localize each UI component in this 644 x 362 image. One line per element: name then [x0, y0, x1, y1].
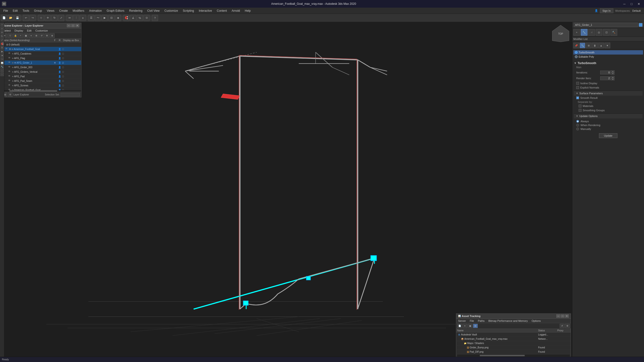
iterations-down[interactable]: ▼	[611, 72, 614, 75]
menu-file[interactable]: File	[1, 8, 10, 13]
tb-help[interactable]: ?	[152, 15, 158, 21]
se-menu-display[interactable]: Display	[13, 29, 25, 32]
se-scrollbar[interactable]	[2, 90, 81, 92]
tb-open[interactable]: 📂	[8, 15, 14, 21]
tb-array[interactable]: ⋮	[73, 15, 79, 21]
menu-arnold[interactable]: Arnold	[229, 8, 242, 13]
tb-save[interactable]: 💾	[14, 15, 20, 21]
smooth-result-checkbox[interactable]	[576, 96, 579, 99]
mod-icon-copy[interactable]: ⊞	[586, 42, 592, 48]
se-eye-girders-v[interactable]: 👁	[8, 70, 12, 73]
se-tb-filter[interactable]: ▽	[8, 33, 12, 38]
at-scroll-thumb[interactable]	[480, 355, 525, 356]
at-tb-refresh[interactable]: ↺	[560, 324, 564, 328]
sidebar-move[interactable]: ✛	[0, 31, 4, 34]
se-tb-sort2[interactable]: ⊞	[34, 33, 39, 38]
menu-content[interactable]: Content	[214, 8, 229, 13]
se-eye-afg-bottom[interactable]: 👁	[8, 88, 12, 90]
se-item-afg-girders-vertical[interactable]: 👁 ◈ AFG_Girders_Vertical 👤 ☐	[2, 70, 81, 74]
mod-bulb-editable[interactable]	[575, 55, 578, 58]
menu-modifiers[interactable]: Modifiers	[70, 8, 87, 13]
sidebar-unknown1[interactable]: ▫	[0, 69, 4, 72]
tab-display[interactable]: ⊡	[603, 29, 610, 36]
at-tb-table[interactable]: ▦	[468, 324, 472, 328]
modifier-editable-poly[interactable]: Editable Poly	[573, 54, 643, 59]
menu-civil-view[interactable]: Civil View	[145, 8, 162, 13]
tb-redo[interactable]: ↪	[30, 15, 36, 21]
tab-modify[interactable]: 🔧	[581, 29, 588, 36]
tab-hierarchy[interactable]: ⑁	[588, 29, 595, 36]
se-eye-girder1[interactable]: 👁	[8, 61, 12, 64]
minimize-button[interactable]: ─	[621, 1, 628, 6]
se-tb-columns[interactable]: ▦	[24, 33, 28, 38]
iterations-input[interactable]	[600, 71, 611, 74]
tb-scale[interactable]: ⤢	[58, 15, 64, 21]
isoline-checkbox[interactable]	[576, 82, 579, 85]
sidebar-create[interactable]: +	[0, 23, 4, 26]
tb-move[interactable]: ✛	[44, 15, 51, 21]
tab-create[interactable]: +	[573, 29, 580, 36]
at-maximize[interactable]: □	[561, 314, 564, 318]
se-item-afg-pad[interactable]: 👁 ◈ AFG_Pad 👤 ☐	[2, 74, 81, 79]
tb-mirror[interactable]: ⇔	[66, 15, 72, 21]
mod-bulb-turbosmooth[interactable]	[575, 51, 578, 54]
se-menu-customize[interactable]: Customize	[34, 29, 50, 32]
update-button[interactable]: Update	[599, 133, 618, 138]
sidebar-rotate[interactable]: ↻	[0, 34, 4, 38]
render-iters-down[interactable]: ▼	[611, 78, 614, 80]
mod-icon-wrench[interactable]: 🔧	[580, 42, 585, 48]
tb-mat[interactable]: ◈	[115, 15, 121, 21]
at-item-vault[interactable]: 🏛 Autodesk Vault Logged...	[456, 333, 571, 337]
se-footer-icon2[interactable]: ⊞	[8, 92, 12, 97]
menu-animation[interactable]: Animation	[87, 8, 104, 13]
at-menu-options[interactable]: Options	[530, 319, 543, 323]
surface-params-header[interactable]: ▼ Surface Parameters	[574, 91, 642, 96]
menu-create[interactable]: Create	[57, 8, 70, 13]
menu-customize[interactable]: Customize	[162, 8, 180, 13]
tb-layer[interactable]: ☰	[88, 15, 94, 21]
at-tb-file[interactable]: 📄	[457, 324, 462, 328]
mod-icon-up[interactable]: ▲	[598, 42, 604, 48]
menu-help[interactable]: Help	[242, 8, 253, 13]
tab-utilities[interactable]: 🔨	[610, 29, 617, 36]
sidebar-render[interactable]: ▶	[0, 50, 4, 53]
tb-snap[interactable]: 🧲	[123, 15, 130, 21]
se-close[interactable]: ✕	[76, 24, 79, 27]
se-eye-afg-root[interactable]: 👁	[5, 47, 8, 51]
menu-views[interactable]: Views	[44, 8, 57, 13]
menu-scripting[interactable]: Scripting	[180, 8, 196, 13]
at-item-maps[interactable]: 📁 Maps / Shaders	[456, 341, 571, 346]
se-item-afg-flag[interactable]: 👁 ◈ AFG_Flag 👤 ☐	[2, 56, 81, 60]
at-tb-detail[interactable]: ⊞	[473, 324, 478, 328]
se-item-afg-carabines[interactable]: 👁 ◈ AFG_Carabines 👤 ☐	[2, 51, 81, 56]
sidebar-track[interactable]: 📊	[0, 61, 4, 65]
se-scroll-thumb[interactable]	[9, 90, 57, 92]
se-tb-add[interactable]: +	[18, 33, 23, 38]
se-layer-default[interactable]: 👁 ▤ 0 (default)	[2, 42, 81, 47]
at-menu-bitmap[interactable]: Bitmap Performance and Memory	[486, 319, 530, 323]
menu-tools[interactable]: Tools	[20, 8, 32, 13]
maximize-button[interactable]: □	[628, 1, 635, 6]
at-close[interactable]: ✕	[565, 314, 569, 318]
sidebar-props[interactable]: 🔧	[0, 65, 4, 68]
se-item-afg-girder1[interactable]: 👁 ◈ ❄ AFG_Girder_1 ❄ 👤 ☑	[2, 60, 81, 65]
mod-icon-pin[interactable]: 📌	[573, 42, 579, 48]
se-menu-edit[interactable]: Edit	[25, 29, 34, 32]
render-iters-up[interactable]: ▲	[611, 76, 614, 78]
se-item-afg-girder003[interactable]: 👁 ◈ AFG_Girder_003 👤 ☐	[2, 65, 81, 70]
iterations-spinner[interactable]: ▲ ▼	[611, 70, 614, 75]
sidebar-scale[interactable]: ⤢	[0, 38, 4, 42]
menu-edit[interactable]: Edit	[10, 8, 20, 13]
at-item-pad-dif[interactable]: 🖼 Pad_DIF.png Found	[456, 350, 571, 354]
se-selection-set-input[interactable]	[60, 93, 80, 96]
sidebar-mat[interactable]: ◈	[0, 54, 4, 57]
menu-rendering[interactable]: Rendering	[127, 8, 145, 13]
se-eye-pad[interactable]: 👁	[8, 75, 12, 78]
menu-graph-editors[interactable]: Graph Editors	[104, 8, 127, 13]
at-item-girder-bump[interactable]: 🖼 Girder_Bump.png Found	[456, 346, 571, 350]
tb-percent[interactable]: %	[137, 15, 143, 21]
at-menu-file[interactable]: File	[468, 319, 476, 323]
viewport-nav-cube[interactable]: TOP	[551, 24, 570, 43]
at-tb-settings[interactable]: ⚙	[565, 324, 570, 328]
se-item-afg-root[interactable]: 👁 ⊞ ◈ American_Football_Goal 👤 ☐	[2, 47, 81, 51]
